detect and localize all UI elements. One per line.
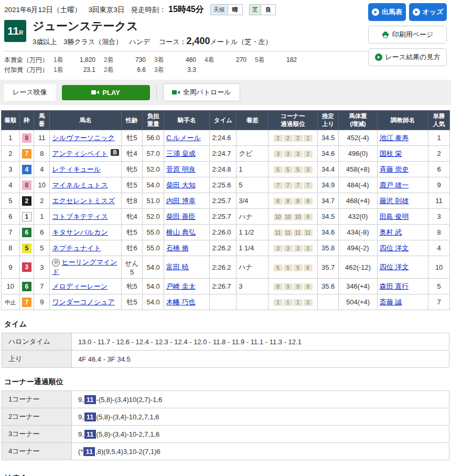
jockey-link[interactable]: 石橋 脩 [166, 244, 189, 252]
corner-position-box: 8 [294, 198, 303, 205]
horse-link[interactable]: レティキュール [52, 165, 101, 173]
entries-button[interactable]: 出馬表 [368, 3, 406, 21]
guide-button-label: レース結果の見方 [385, 52, 441, 62]
corner-position-box: 9 [294, 283, 303, 290]
margin-cell: ハナ [237, 256, 269, 279]
horse-link[interactable]: メロディーレーン [52, 282, 108, 290]
place-cell: 4 [2, 177, 20, 193]
jockey-link[interactable]: 菅原 明良 [166, 165, 196, 173]
weather-badge: 天候 晴 [210, 4, 243, 15]
horse-name-cell: ワンダーコノシュア [50, 294, 121, 310]
horse-link[interactable]: エクセレントミスズ [52, 197, 115, 205]
trainer-link[interactable]: 斉藤 崇史 [380, 165, 409, 173]
result-row: 933外ヒーリングマインドせん554.0富田 暁2:26.2ハナ555635.7… [2, 256, 450, 279]
result-row: 1811シルヴァーソニック牡556.0C.ルメール2:24.6222134.54… [2, 130, 450, 146]
trainer-link[interactable]: 藤沢 則雄 [380, 197, 409, 205]
jockey-link[interactable]: 柴田 善臣 [166, 213, 196, 220]
prize-rank: 2着 [104, 55, 120, 65]
jockey-link[interactable]: 内田 博幸 [166, 197, 196, 205]
odds-button[interactable]: オッズ [409, 3, 447, 21]
corner-order-cell: 5553 [269, 162, 318, 177]
time-cell: 2:26.7 [210, 279, 237, 294]
trainer-link[interactable]: 四位 洋文 [380, 263, 409, 271]
patrol-video-button[interactable]: 全周パトロール [163, 83, 240, 101]
weight-cell: 55.0 [143, 240, 164, 256]
trainer-cell: 池江 泰寿 [377, 130, 428, 146]
frame-number-badge: 3 [22, 262, 31, 272]
corner-position-box: 7 [304, 182, 313, 189]
trainer-link[interactable]: 国枝 栄 [380, 150, 402, 157]
horse-number-cell: 11 [34, 130, 50, 146]
margin-cell: 3 [237, 279, 269, 294]
jockey-link[interactable]: C.ルメール [166, 134, 201, 142]
prize-label: 本賞金（万円） [4, 55, 53, 65]
jockey-cell: 柴田 大知 [164, 177, 210, 193]
place-cell: 6 [2, 209, 20, 225]
corner-position-box: 2 [284, 135, 293, 142]
trainer-link[interactable]: 田島 俊明 [380, 213, 409, 220]
weight-cell: 52.0 [143, 209, 164, 225]
print-page-button[interactable]: 印刷用ページ [368, 26, 447, 44]
trainer-link[interactable]: 鹿戸 雄一 [380, 181, 409, 189]
horse-link[interactable]: コトブキテティス [52, 213, 108, 220]
corner-position-box: 7 [274, 182, 283, 189]
time-cell [210, 294, 237, 310]
horse-link[interactable]: ヒーリングマインド [52, 258, 117, 276]
result-row: 1067メロディーレーン牝554.0戸崎 圭太2:26.73899935.634… [2, 279, 450, 294]
time-cell: 2:24.8 [210, 162, 237, 177]
last-3f-cell: 35.8 [317, 240, 339, 256]
corner-label: 1コーナー [2, 391, 72, 408]
horse-link[interactable]: キタサンバルカン [52, 228, 108, 236]
horse-link[interactable]: アンティシペイト [52, 150, 108, 157]
margin-cell: 1 1/4 [237, 240, 269, 256]
column-header: 騎手名 [164, 111, 210, 130]
jockey-link[interactable]: 木幡 巧也 [166, 298, 196, 306]
race-title: ジューンステークス [33, 20, 272, 33]
horse-name-cell: レティキュール [50, 162, 121, 177]
corner-order-cell: 8999 [269, 279, 318, 294]
horse-name-cell: メロディーレーン [50, 279, 121, 294]
jockey-link[interactable]: 戸崎 圭太 [166, 282, 196, 290]
patrol-button-label: 全周パトロール [183, 88, 231, 97]
popularity-cell: 11 [428, 193, 450, 209]
trainer-link[interactable]: 池江 泰寿 [380, 134, 409, 142]
sex-age-cell: 牝4 [121, 209, 143, 225]
column-header: 馬名 [50, 111, 121, 130]
popularity-cell: 6 [428, 162, 450, 177]
foreign-bred-mark: 外 [52, 259, 60, 267]
horse-link[interactable]: ワンダーコノシュア [52, 298, 114, 306]
place-value: 5 [8, 197, 12, 205]
sex-age-cell: 牡5 [121, 130, 143, 146]
jockey-link[interactable]: 横山 典弘 [166, 228, 196, 236]
horse-link[interactable]: シルヴァーソニック [52, 134, 114, 142]
horse-link[interactable]: ネプチュナイト [52, 244, 101, 252]
corner-position-box: 7 [294, 182, 303, 189]
corner-order-value: 9,11-(5,8)-(3,4)10(2,7)-1,6 [72, 391, 449, 408]
sex-age-cell: せん5 [121, 256, 143, 279]
last-3f-cell: 35.6 [317, 279, 339, 294]
prize-added-line: 付加賞（万円）1着23.12着6.63着3.3 [4, 65, 447, 75]
jockey-link[interactable]: 柴田 大知 [166, 181, 196, 189]
prize-value: 3.3 [170, 65, 196, 75]
trainer-link[interactable]: 斎藤 誠 [380, 298, 402, 306]
weight-cell: 54.0 [143, 279, 164, 294]
column-header: 着差 [237, 111, 269, 130]
trainer-link[interactable]: 四位 洋文 [380, 244, 409, 252]
result-guide-button[interactable]: レース結果の見方 [368, 48, 447, 66]
play-video-button[interactable]: PLAY [62, 85, 150, 100]
race-video-bar: レース映像 PLAY 全周パトロール [0, 80, 451, 105]
trainer-link[interactable]: 森田 直行 [380, 282, 409, 290]
jockey-link[interactable]: 富田 暁 [166, 263, 189, 271]
frame-cell: 4 [19, 162, 34, 177]
popularity-cell: 8 [428, 225, 450, 240]
margin-cell: 3/4 [237, 193, 269, 209]
jockey-link[interactable]: 三浦 皇成 [166, 150, 196, 157]
prize-value: 182 [271, 55, 297, 65]
column-header: タイム [210, 111, 237, 130]
trainer-link[interactable]: 奥村 武 [380, 228, 402, 236]
trainer-cell: 奥村 武 [377, 225, 428, 240]
horse-link[interactable]: マイネルミュトス [52, 181, 108, 189]
corner-position-box: 5 [294, 265, 303, 271]
time-cell: 2:25.7 [210, 209, 237, 225]
last-3f-cell: 34.6 [317, 225, 339, 240]
